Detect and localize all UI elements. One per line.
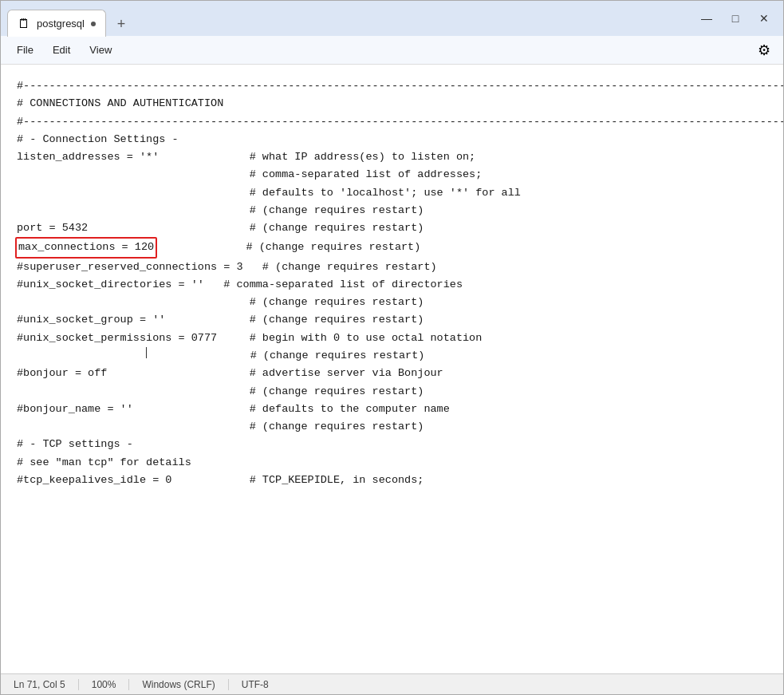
unsaved-dot — [91, 22, 96, 26]
text-cursor — [146, 347, 147, 358]
editor-line: # (change requires restart) — [17, 383, 767, 401]
tab-area: 🗒 postgresql + — [7, 1, 694, 36]
editor-line: max_connections = 120 # (change requires… — [17, 237, 767, 258]
title-bar: 🗒 postgresql + — □ ✕ — [1, 1, 783, 36]
editor-line: # defaults to 'localhost'; use '*' for a… — [17, 184, 767, 202]
file-icon: 🗒 — [18, 17, 30, 31]
editor-line: # - Connection Settings - — [17, 131, 767, 148]
editor-line: # (change requires restart) — [17, 294, 767, 311]
editor-line: #unix_socket_group = '' # (change requir… — [17, 311, 767, 329]
editor-line: # CONNECTIONS AND AUTHENTICATION — [17, 95, 767, 113]
editor-line: #bonjour = off # advertise server via Bo… — [17, 365, 767, 382]
menu-view[interactable]: View — [80, 41, 121, 59]
highlighted-text: max_connections = 120 — [15, 237, 157, 258]
new-tab-button[interactable]: + — [109, 12, 133, 36]
editor-line: #unix_socket_directories = '' # comma-se… — [17, 276, 767, 294]
status-bar: Ln 71, Col 5 100% Windows (CRLF) UTF-8 — [1, 673, 783, 694]
zoom-level: 100% — [79, 679, 130, 690]
editor-line: # (change requires restart) — [17, 347, 767, 365]
editor-container: #---------------------------------------… — [1, 65, 783, 673]
editor-line: #tcp_keepalives_idle = 0 # TCP_KEEPIDLE,… — [17, 472, 767, 489]
line-ending: Windows (CRLF) — [129, 679, 228, 690]
editor-line: #unix_socket_permissions = 0777 # begin … — [17, 330, 767, 347]
minimize-button[interactable]: — — [694, 7, 719, 30]
editor-line: port = 5432 # (change requires restart) — [17, 219, 767, 237]
main-window: 🗒 postgresql + — □ ✕ File Edit View ⚙ #-… — [0, 0, 784, 695]
editor-scroll[interactable]: #---------------------------------------… — [1, 65, 783, 673]
cursor-position: Ln 71, Col 5 — [14, 679, 79, 690]
menu-bar: File Edit View ⚙ — [1, 36, 783, 65]
window-controls: — □ ✕ — [694, 7, 777, 30]
editor-line: #---------------------------------------… — [17, 113, 767, 131]
editor-line: # comma-separated list of addresses; — [17, 166, 767, 184]
editor-line: #superuser_reserved_connections = 3 # (c… — [17, 259, 767, 276]
editor-line: #---------------------------------------… — [17, 77, 767, 95]
editor-content[interactable]: #---------------------------------------… — [17, 77, 767, 489]
editor-line: #bonjour_name = '' # defaults to the com… — [17, 401, 767, 418]
encoding: UTF-8 — [229, 679, 282, 690]
editor-line: # (change requires restart) — [17, 202, 767, 219]
editor-line: listen_addresses = '*' # what IP address… — [17, 148, 767, 166]
close-button[interactable]: ✕ — [751, 7, 777, 30]
menu-edit[interactable]: Edit — [43, 41, 80, 59]
editor-line: # see "man tcp" for details — [17, 454, 767, 472]
tab-label: postgresql — [37, 18, 85, 30]
maximize-button[interactable]: □ — [723, 7, 748, 30]
active-tab[interactable]: 🗒 postgresql — [7, 10, 106, 37]
editor-line: # (change requires restart) — [17, 418, 767, 436]
editor-line: # - TCP settings - — [17, 436, 767, 453]
menu-file[interactable]: File — [7, 41, 43, 59]
settings-icon[interactable]: ⚙ — [751, 38, 777, 62]
